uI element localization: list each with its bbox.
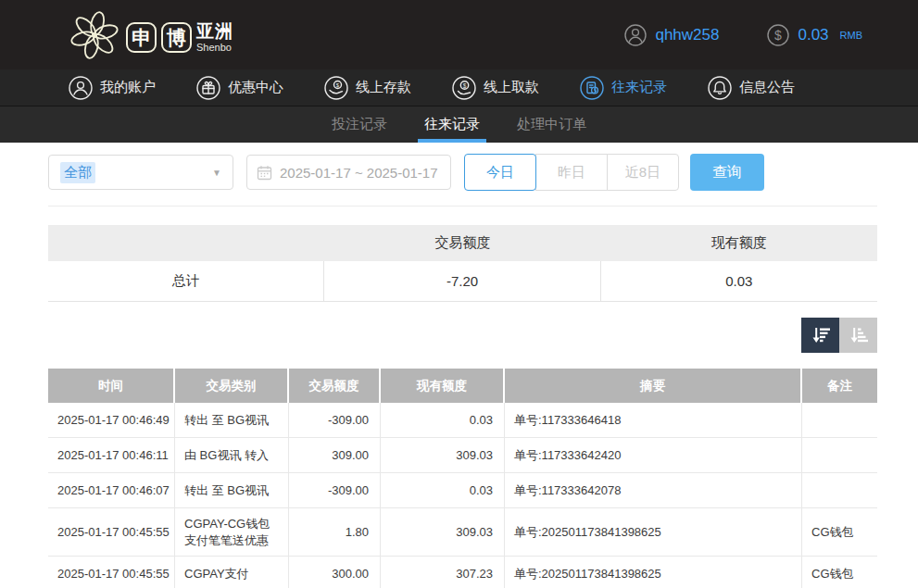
last-8-days-button[interactable]: 近8日 <box>607 154 679 191</box>
nav-item-transaction-records[interactable]: 往来记录 <box>580 76 667 100</box>
logo-subtitle: Shenbo <box>196 43 233 53</box>
category-select[interactable]: 全部 ▼ <box>48 155 233 190</box>
cell-remark <box>802 438 877 473</box>
nav-label: 优惠中心 <box>228 79 283 96</box>
nav-item-my-account[interactable]: 我的账户 <box>69 76 156 100</box>
records-icon <box>580 76 604 100</box>
account-icon <box>69 76 93 100</box>
promo-icon <box>196 76 220 100</box>
summary-header-empty <box>48 225 324 261</box>
date-range-input[interactable]: 2025-01-17 ~ 2025-01-17 <box>246 155 451 190</box>
cell-trade-amount: 300.00 <box>289 557 381 588</box>
withdraw-icon: $ <box>452 76 476 100</box>
cell-time: 2025-01-17 00:46:07 <box>48 473 175 508</box>
nav-label: 线上取款 <box>484 79 539 96</box>
divider <box>48 206 877 206</box>
cell-time: 2025-01-17 00:46:49 <box>48 403 175 438</box>
summary-trade-total: -7.20 <box>324 261 600 301</box>
calendar-icon <box>257 165 272 181</box>
cell-balance: 307.23 <box>381 557 505 588</box>
summary-header-balance: 现有额度 <box>601 225 877 261</box>
quick-date-group: 今日 昨日 近8日 <box>464 154 679 191</box>
cell-trade-amount: 1.80 <box>289 508 381 557</box>
sort-desc-icon <box>810 324 832 346</box>
cell-summary: 单号:117333646418 <box>505 403 802 438</box>
summary-header-trade: 交易额度 <box>324 225 600 261</box>
yesterday-button[interactable]: 昨日 <box>535 154 608 191</box>
nav-item-online-withdraw[interactable]: $ 线上取款 <box>452 76 539 100</box>
nav-label: 信息公告 <box>739 79 795 96</box>
cell-type: 由 BG视讯 转入 <box>175 438 289 473</box>
user-icon <box>624 24 647 46</box>
nav-label: 我的账户 <box>100 79 156 96</box>
logo-char-shen: 申 <box>126 22 157 53</box>
lotus-logo-icon <box>67 7 122 63</box>
filter-bar: 全部 ▼ 2025-01-17 ~ 2025-01-17 今日 昨日 近8日 查… <box>48 154 877 191</box>
col-header-time: 时间 <box>48 369 175 403</box>
logo-region-text: 亚洲 <box>196 22 233 40</box>
table-row: 2025-01-17 00:45:55 CGPAY-CG钱包支付笔笔送优惠 1.… <box>48 508 877 557</box>
col-header-balance: 现有额度 <box>381 369 505 403</box>
cell-balance: 0.03 <box>381 403 505 438</box>
balance-display: $ 0.03RMB <box>767 24 862 46</box>
summary-total-row: 总计 -7.20 0.03 <box>48 261 877 302</box>
cell-trade-amount: -309.00 <box>289 403 381 438</box>
deposit-icon: $ <box>324 76 348 100</box>
cell-time: 2025-01-17 00:45:55 <box>48 557 175 588</box>
tab-betting-records[interactable]: 投注记录 <box>325 106 394 143</box>
col-header-summary: 摘要 <box>505 369 802 403</box>
table-row: 2025-01-17 00:45:55 CGPAY支付 300.00 307.2… <box>48 557 877 588</box>
svg-text:$: $ <box>463 81 467 88</box>
table-row: 2025-01-17 00:46:07 转出 至 BG视讯 -309.00 0.… <box>48 473 877 508</box>
cell-trade-amount: 309.00 <box>289 438 381 473</box>
cell-remark: CG钱包 <box>802 508 877 557</box>
summary-balance-total: 0.03 <box>601 261 877 301</box>
sort-asc-icon <box>848 324 870 346</box>
summary-header-row: 交易额度 现有额度 <box>48 225 877 261</box>
search-button[interactable]: 查询 <box>690 154 764 191</box>
nav-item-online-deposit[interactable]: $ 线上存款 <box>324 76 411 100</box>
cell-summary: 单号:117333642078 <box>505 473 802 508</box>
cell-remark <box>802 473 877 508</box>
cell-summary: 单号:202501173841398625 <box>505 557 802 588</box>
cell-time: 2025-01-17 00:46:11 <box>48 438 175 473</box>
cell-type: 转出 至 BG视讯 <box>175 403 289 438</box>
balance-amount: 0.03 <box>798 26 828 44</box>
today-button[interactable]: 今日 <box>464 154 536 191</box>
logo-char-bo: 博 <box>161 22 192 53</box>
username-display[interactable]: qhhw258 <box>624 24 719 46</box>
header-account-area: qhhw258 $ 0.03RMB <box>624 24 862 46</box>
nav-label: 往来记录 <box>611 79 667 96</box>
cell-remark <box>802 403 877 438</box>
announcement-icon <box>708 76 732 100</box>
page-content: 全部 ▼ 2025-01-17 ~ 2025-01-17 今日 昨日 近8日 查… <box>0 154 918 588</box>
cell-trade-amount: -309.00 <box>289 473 381 508</box>
balance-currency: RMB <box>840 30 862 41</box>
cell-summary: 单号:202501173841398625 <box>505 508 802 557</box>
main-nav: 我的账户 优惠中心 $ 线上存款 $ 线上取款 往来记录 信息公告 <box>0 69 918 106</box>
table-row: 2025-01-17 00:46:49 转出 至 BG视讯 -309.00 0.… <box>48 403 877 438</box>
category-selected-value: 全部 <box>60 162 95 183</box>
app-header: 申 博 亚洲 Shenbo qhhw258 $ 0.03RMB <box>0 0 918 69</box>
cell-remark: CG钱包 <box>802 557 877 588</box>
sort-ascending-button[interactable] <box>839 318 877 353</box>
cell-balance: 0.03 <box>381 473 505 508</box>
tab-transaction-records[interactable]: 往来记录 <box>418 106 486 143</box>
cell-summary: 单号:117333642420 <box>505 438 802 473</box>
sort-descending-button[interactable] <box>801 318 839 353</box>
cell-balance: 309.03 <box>381 438 505 473</box>
username-text: qhhw258 <box>655 26 719 44</box>
col-header-type: 交易类别 <box>175 369 289 403</box>
table-header-row: 时间 交易类别 交易额度 现有额度 摘要 备注 <box>48 369 877 403</box>
tab-pending-orders[interactable]: 处理中订单 <box>510 106 593 143</box>
transactions-table: 时间 交易类别 交易额度 现有额度 摘要 备注 2025-01-17 00:46… <box>48 369 877 588</box>
col-header-remark: 备注 <box>802 369 877 403</box>
nav-label: 线上存款 <box>356 79 411 96</box>
nav-item-announcements[interactable]: 信息公告 <box>708 76 795 100</box>
caret-down-icon: ▼ <box>212 168 221 178</box>
nav-item-promotions[interactable]: 优惠中心 <box>196 76 283 100</box>
cell-type: 转出 至 BG视讯 <box>175 473 289 508</box>
cell-type: CGPAY-CG钱包支付笔笔送优惠 <box>175 508 289 557</box>
sort-controls <box>48 318 877 353</box>
site-logo[interactable]: 申 博 亚洲 Shenbo <box>67 7 233 63</box>
